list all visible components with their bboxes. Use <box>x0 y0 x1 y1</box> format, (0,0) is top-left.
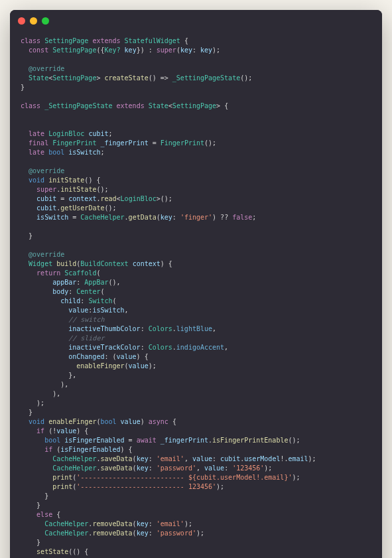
param: key <box>161 214 172 221</box>
prop: lightBlue <box>176 325 212 332</box>
var: isSwitch <box>68 149 100 156</box>
keyword: if <box>44 446 52 453</box>
class: AppBar <box>84 279 108 286</box>
param: context <box>133 260 161 267</box>
string: 'finger' <box>180 214 212 221</box>
keyword: else <box>36 511 52 518</box>
ctor: FingerPrint <box>161 139 204 147</box>
ctor: SettingPage <box>52 46 96 54</box>
var: isFingerEnabled <box>64 437 124 444</box>
method: createState <box>104 74 148 82</box>
param: value <box>121 418 141 425</box>
method: setState <box>36 548 68 555</box>
string: 'password' <box>157 464 196 472</box>
method: isFingerPrintEnable <box>212 437 288 444</box>
method: getData <box>129 214 157 221</box>
minimize-icon[interactable] <box>30 17 37 25</box>
param: key <box>137 529 149 537</box>
var: cubit <box>36 204 56 212</box>
window-titlebar <box>10 10 382 31</box>
comment: // switch <box>68 316 104 323</box>
var: cubit <box>220 455 240 462</box>
type: bool <box>44 437 60 444</box>
annotation: @override <box>29 167 64 174</box>
var: value <box>129 362 149 370</box>
close-icon[interactable] <box>18 17 25 25</box>
prop: onChanged <box>68 353 104 360</box>
code-content: class SettingPage extends StatefulWidget… <box>10 31 382 558</box>
comment: // slider <box>68 334 104 342</box>
keyword: class <box>21 37 40 44</box>
class: Scaffold <box>64 269 96 277</box>
string: '-------------------------- ${cubit.user… <box>76 474 292 481</box>
prop: child <box>60 297 80 305</box>
keyword: final <box>29 139 48 147</box>
class: Colors <box>149 325 172 332</box>
annotation: @override <box>29 65 64 72</box>
var: _fingerPrint <box>100 139 148 147</box>
prop: indigoAccent <box>176 344 224 351</box>
method: read <box>100 195 116 202</box>
type: bool <box>48 149 64 156</box>
keyword: class <box>21 102 40 109</box>
var: value <box>56 427 76 435</box>
var: cubit <box>88 130 108 137</box>
type: SettingPage <box>52 74 96 82</box>
keyword: extends <box>117 102 145 109</box>
type: bool <box>100 418 116 425</box>
var: isFingerEnabled <box>60 446 120 453</box>
class-name: _SettingPageState <box>44 102 112 109</box>
string: 'email' <box>157 455 184 462</box>
var: context <box>68 195 96 202</box>
prop: appBar <box>52 279 76 286</box>
maximize-icon[interactable] <box>42 17 49 25</box>
keyword: return <box>36 269 60 277</box>
prop: email <box>288 455 308 462</box>
keyword: late <box>29 149 44 156</box>
param: key <box>125 46 137 54</box>
method: saveData <box>100 455 132 462</box>
param: key <box>137 455 149 462</box>
method: enableFinger <box>76 362 124 370</box>
code-editor-window: class SettingPage extends StatefulWidget… <box>10 10 382 558</box>
var: cubit <box>36 195 56 202</box>
class: CacheHelper <box>44 520 88 527</box>
method: initState <box>48 176 84 184</box>
type: SettingPage <box>172 102 216 109</box>
method: enableFinger <box>48 418 96 425</box>
method: removeData <box>92 529 132 537</box>
keyword: async <box>149 418 168 425</box>
super: super <box>36 186 56 193</box>
type: LoginBloc <box>48 130 84 137</box>
string: '123456' <box>232 464 264 472</box>
var: _fingerPrint <box>161 437 208 444</box>
string: 'password' <box>157 529 196 537</box>
type: FingerPrint <box>52 139 96 147</box>
prop: inactiveThumbColor <box>68 325 140 332</box>
keyword: extends <box>92 37 120 44</box>
method: getUserDate <box>60 204 104 212</box>
class: Colors <box>149 344 172 351</box>
prop: inactiveTrackColor <box>68 344 140 351</box>
keyword: if <box>36 427 44 435</box>
type: LoginBloc <box>121 195 157 202</box>
string: '-------------------------- 123456' <box>76 483 216 490</box>
method: print <box>52 483 72 490</box>
type: Widget <box>29 260 52 267</box>
class: Switch <box>88 297 112 305</box>
type: void <box>29 176 44 184</box>
prop: userModel <box>244 455 280 462</box>
type: BuildContext <box>80 260 128 267</box>
class: CacheHelper <box>52 464 96 472</box>
type: State <box>29 74 48 82</box>
param: value <box>192 455 212 462</box>
param: value <box>204 464 224 472</box>
class-name: _SettingPageState <box>172 74 240 82</box>
class: CacheHelper <box>44 529 88 537</box>
method: removeData <box>92 520 132 527</box>
class: CacheHelper <box>52 455 96 462</box>
type: void <box>29 418 44 425</box>
keyword: late <box>29 130 44 137</box>
class: CacheHelper <box>80 214 124 221</box>
prop: body <box>52 288 68 295</box>
